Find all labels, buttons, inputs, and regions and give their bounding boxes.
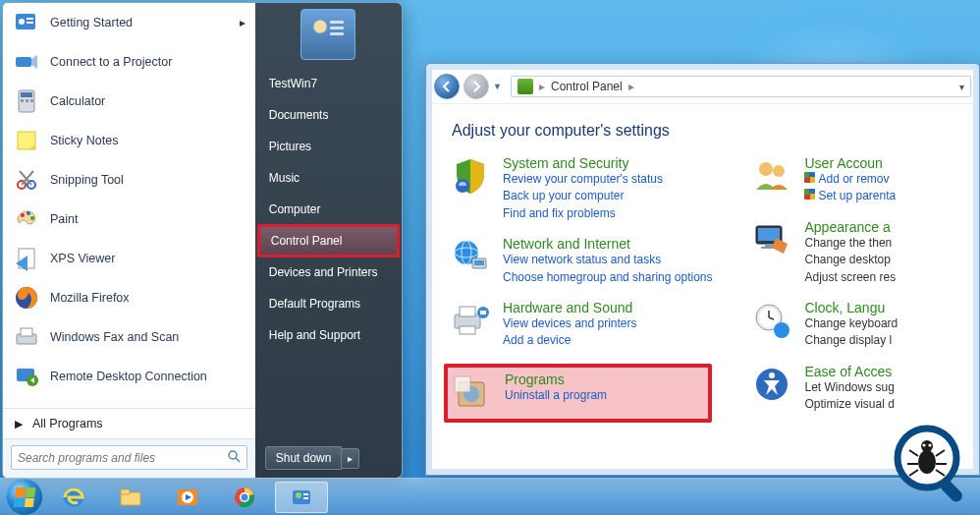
category-link[interactable]: Find and fix problems: [503, 205, 663, 222]
breadcrumb-separator: ▸: [539, 80, 545, 93]
pinned-xps-viewer[interactable]: XPS Viewer: [3, 239, 255, 278]
pinned-firefox[interactable]: Mozilla Firefox: [3, 278, 255, 317]
svg-rect-71: [303, 493, 308, 495]
right-pane-help-support[interactable]: Help and Support: [255, 319, 402, 351]
pinned-label: Snipping Tool: [50, 173, 124, 187]
snipping-tool-icon: [13, 166, 40, 194]
forward-button[interactable]: [463, 74, 489, 99]
shutdown-button[interactable]: Shut down: [265, 446, 343, 470]
user-picture[interactable]: [300, 9, 355, 60]
category-link[interactable]: Add a device: [503, 332, 637, 349]
ease-of-access-icon: [751, 364, 792, 405]
category-link[interactable]: View network status and tasks: [503, 252, 712, 268]
paint-icon: [13, 205, 40, 233]
start-menu-left-pane: Getting Started ▸ Connect to a Projector…: [3, 3, 255, 478]
search-input[interactable]: [18, 451, 227, 465]
pinned-paint[interactable]: Paint: [3, 200, 255, 239]
category-title[interactable]: Programs: [505, 372, 607, 387]
pinned-getting-started[interactable]: Getting Started ▸: [3, 3, 255, 42]
category-title[interactable]: Hardware and Sound: [503, 300, 637, 315]
taskbar-control-panel[interactable]: [275, 482, 328, 513]
category-link[interactable]: Review your computer's status: [503, 171, 663, 188]
right-pane-documents[interactable]: Documents: [255, 99, 402, 131]
shutdown-options-button[interactable]: ▸: [342, 448, 359, 469]
svg-rect-31: [16, 57, 31, 67]
all-programs-button[interactable]: ▶ All Programs: [3, 408, 255, 438]
page-title: Adjust your computer's settings: [452, 122, 959, 140]
pinned-rdc[interactable]: Remote Desktop Connection: [3, 357, 255, 396]
right-pane-music[interactable]: Music: [255, 162, 402, 194]
svg-rect-72: [303, 497, 308, 499]
user-accounts-icon: [751, 155, 792, 197]
category-link[interactable]: Add or remov: [804, 171, 896, 188]
svg-rect-58: [330, 27, 344, 29]
address-dropdown-icon[interactable]: ▾: [959, 82, 964, 92]
start-menu: Getting Started ▸ Connect to a Projector…: [2, 2, 403, 479]
uac-shield-icon: [804, 189, 815, 200]
taskbar-internet-explorer[interactable]: [47, 482, 100, 513]
pinned-projector[interactable]: Connect to a Projector: [3, 42, 255, 82]
pinned-calculator[interactable]: Calculator: [3, 82, 255, 121]
category-system-security: System and Security Review your computer…: [450, 155, 712, 222]
breadcrumb-root[interactable]: Control Panel: [551, 80, 623, 93]
nav-history-dropdown[interactable]: ▼: [493, 82, 507, 91]
pinned-label: Getting Started: [50, 16, 133, 29]
category-programs: Programs Uninstall a program: [444, 364, 712, 423]
taskbar-media-player[interactable]: [161, 482, 214, 513]
category-ease-of-access: Ease of Acces Let Windows sug Optimize v…: [751, 364, 898, 414]
category-text: Change keyboard: [804, 315, 898, 332]
taskbar-chrome[interactable]: [218, 482, 271, 513]
pinned-sticky-notes[interactable]: Sticky Notes: [3, 121, 255, 160]
pinned-label: Sticky Notes: [50, 134, 118, 147]
pinned-programs-list: Getting Started ▸ Connect to a Projector…: [3, 3, 255, 408]
category-text: Change display l: [804, 332, 898, 349]
projector-icon: [13, 48, 40, 76]
back-button[interactable]: [434, 74, 460, 99]
pinned-fax-scan[interactable]: Windows Fax and Scan: [3, 317, 255, 357]
control-panel-window: ▼ ▸ Control Panel ▸ ▾ Adjust your comput…: [425, 63, 980, 476]
taskbar-file-explorer[interactable]: [104, 482, 157, 513]
right-pane-devices-printers[interactable]: Devices and Printers: [255, 257, 402, 288]
right-pane-control-panel[interactable]: Control Panel: [257, 224, 400, 258]
pinned-snipping-tool[interactable]: Snipping Tool: [3, 160, 255, 200]
right-pane-default-programs[interactable]: Default Programs: [255, 288, 402, 319]
search-icon: [227, 449, 241, 466]
svg-point-14: [759, 162, 773, 176]
svg-rect-13: [455, 376, 470, 392]
category-link[interactable]: Set up parenta: [804, 188, 896, 204]
category-link[interactable]: Back up your computer: [503, 188, 663, 204]
svg-rect-34: [21, 92, 32, 97]
pinned-label: Mozilla Firefox: [50, 291, 130, 305]
svg-rect-18: [765, 244, 773, 247]
search-row: [3, 438, 255, 478]
category-text: Let Windows sug: [804, 379, 894, 396]
pinned-label: Remote Desktop Connection: [50, 370, 207, 383]
category-link[interactable]: View devices and printers: [503, 315, 637, 332]
category-link[interactable]: Uninstall a program: [505, 387, 607, 404]
search-box[interactable]: [11, 445, 247, 470]
category-link[interactable]: Choose homegroup and sharing options: [503, 269, 712, 286]
breadcrumb-separator: ▸: [628, 80, 634, 93]
category-title[interactable]: User Accoun: [804, 155, 896, 171]
user-name-link[interactable]: TestWin7: [255, 68, 402, 99]
shield-icon: [450, 155, 491, 197]
category-title[interactable]: Clock, Langu: [804, 300, 898, 315]
right-pane-pictures[interactable]: Pictures: [255, 131, 402, 162]
svg-rect-30: [27, 22, 33, 24]
sticky-notes-icon: [13, 127, 40, 154]
taskbar: [0, 478, 980, 515]
svg-rect-35: [21, 99, 24, 102]
rdc-icon: [13, 363, 40, 390]
firefox-icon: [13, 284, 40, 312]
control-panel-icon: [517, 79, 533, 94]
address-bar[interactable]: ▸ Control Panel ▸ ▾: [511, 76, 971, 97]
chevron-right-icon: ▸: [240, 16, 245, 29]
category-text: Optimize visual d: [804, 396, 894, 413]
category-title[interactable]: System and Security: [503, 155, 663, 171]
category-title[interactable]: Ease of Acces: [804, 364, 894, 379]
right-pane-computer[interactable]: Computer: [255, 194, 402, 225]
category-title[interactable]: Appearance a: [804, 219, 896, 235]
svg-rect-59: [330, 32, 344, 35]
category-title[interactable]: Network and Internet: [503, 236, 712, 252]
start-orb[interactable]: [6, 479, 43, 516]
